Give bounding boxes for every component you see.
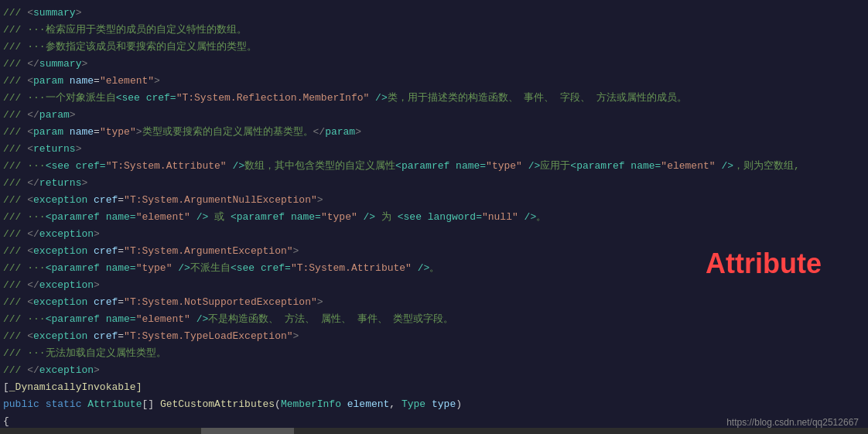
code-token: summary: [33, 5, 76, 21]
code-editor: /// <summary>/// ···检索应用于类型的成员的自定义特性的数组。…: [0, 0, 868, 434]
code-token: >: [355, 125, 361, 140]
code-line: /// <param name="element">: [0, 73, 868, 90]
code-line: /// ···参数指定该成员和要搜索的自定义属性的类型。: [0, 39, 868, 56]
code-token: >: [70, 108, 76, 123]
code-token: "element": [661, 159, 715, 174]
attribute-label: Attribute: [706, 248, 822, 280]
code-token: ///: [3, 261, 27, 276]
code-token: ): [456, 397, 462, 412]
code-token: exception: [33, 244, 87, 259]
code-line: /// </returns>: [0, 175, 868, 192]
code-token: >: [293, 244, 299, 259]
code-token: ///: [3, 295, 27, 310]
code-line: /// <returns>: [0, 141, 868, 158]
code-token: />: [190, 210, 208, 225]
code-token: />: [518, 210, 536, 225]
code-token: <: [27, 142, 33, 157]
code-line: /// </summary>: [0, 56, 868, 73]
code-line: public static Attribute[] GetCustomAttri…: [0, 396, 868, 413]
code-token: =: [118, 295, 124, 310]
code-token: 。: [429, 261, 439, 276]
code-token: [87, 244, 94, 259]
horizontal-scrollbar[interactable]: [0, 428, 868, 434]
code-token: =: [118, 193, 124, 208]
code-token: cref: [94, 295, 118, 310]
code-token: >: [317, 295, 323, 310]
code-token: =: [94, 125, 100, 140]
code-token: <see cref=: [116, 91, 176, 106]
code-token: Type: [402, 397, 425, 412]
code-token: ///: [3, 193, 27, 208]
code-token: />: [716, 159, 733, 174]
code-line: /// </param>: [0, 107, 868, 124]
code-token: returns: [33, 142, 76, 157]
code-token: >: [76, 5, 82, 21]
code-token: summary: [39, 56, 82, 72]
code-token: [63, 73, 70, 89]
code-token: ···: [27, 210, 45, 225]
code-token: "T:System.ArgumentException": [124, 244, 292, 259]
code-token: "type": [136, 261, 173, 276]
code-token: public: [3, 397, 39, 412]
code-token: ···: [27, 312, 45, 327]
code-line: /// <exception cref="T:System.NotSupport…: [0, 294, 868, 311]
code-token: ···检索应用于类型的成员的自定义特性的数组。: [27, 22, 246, 38]
code-line: /// </exception>: [0, 226, 868, 243]
code-token: ///: [3, 227, 27, 242]
code-token: "element": [136, 210, 190, 225]
code-token: _Dynamically: [9, 380, 82, 395]
code-token: Attribute: [87, 397, 142, 412]
code-token: exception: [39, 363, 94, 378]
code-token: ///: [3, 22, 27, 38]
code-token: <paramref name=: [46, 312, 136, 327]
code-token: 。: [536, 210, 546, 225]
code-token: ///: [3, 142, 27, 157]
code-token: 或: [208, 210, 231, 225]
code-token: </: [27, 227, 39, 242]
code-token: [63, 125, 70, 140]
code-token: <: [27, 295, 33, 310]
code-token: "T:System.Attribute": [106, 159, 227, 174]
code-token: ///: [3, 363, 27, 378]
code-token: />: [190, 312, 208, 327]
code-token: cref: [94, 244, 118, 259]
code-token: element: [347, 397, 390, 412]
code-token: [425, 397, 432, 412]
code-token: <: [27, 244, 33, 259]
code-token: "type": [100, 125, 136, 140]
code-token: [87, 295, 94, 310]
code-token: ///: [3, 56, 27, 72]
code-token: []: [142, 397, 159, 412]
code-line: /// ···一个对象派生自<see cref="T:System.Reflec…: [0, 90, 868, 107]
code-token: ///: [3, 159, 27, 174]
code-line: /// <exception cref="T:System.TypeLoadEx…: [0, 328, 868, 345]
code-token: >: [76, 142, 82, 157]
code-token: <see langword=: [398, 210, 482, 225]
code-token: <paramref name=: [46, 210, 136, 225]
code-token: [87, 193, 94, 208]
code-token: ···: [27, 261, 45, 276]
code-token: [87, 329, 94, 344]
code-block: /// <summary>/// ···检索应用于类型的成员的自定义特性的数组。…: [0, 5, 868, 434]
code-token: 类，用于描述类的构造函数、 事件、 字段、 方法或属性的成员。: [388, 91, 687, 106]
code-token: />: [522, 159, 540, 174]
code-token: ///: [3, 5, 27, 21]
code-token: {: [3, 414, 9, 429]
code-token: <paramref name=: [570, 159, 661, 174]
code-token: ///: [3, 108, 27, 123]
code-token: exception: [33, 295, 87, 310]
code-token: Invokable]: [81, 380, 142, 395]
code-token: />: [227, 159, 244, 174]
code-token: />: [357, 210, 375, 225]
code-token: <: [27, 5, 33, 21]
code-token: ///: [3, 346, 27, 361]
code-token: exception: [33, 329, 87, 344]
code-token: </: [27, 176, 39, 191]
code-token: "T:System.NotSupportedException": [124, 295, 317, 310]
scrollbar-thumb[interactable]: [201, 428, 294, 434]
code-token: "T:System.Reflection.MemberInfo": [176, 91, 370, 106]
code-token: <see cref=: [46, 159, 106, 174]
code-token: =: [118, 329, 124, 344]
code-token: >: [293, 329, 299, 344]
code-token: ///: [3, 244, 27, 259]
